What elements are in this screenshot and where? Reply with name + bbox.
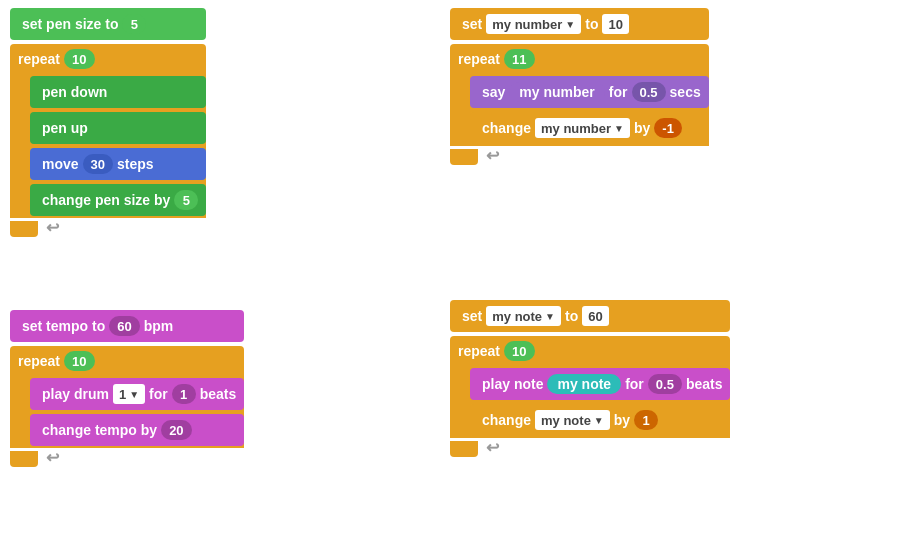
block-label-say: say xyxy=(482,84,505,100)
block-change-pen-size[interactable]: change pen size by 5 xyxy=(30,184,206,216)
block-label-for: for xyxy=(149,386,168,402)
block-label-set: set xyxy=(462,308,482,324)
block-label-bpm: bpm xyxy=(144,318,174,334)
block-change-var[interactable]: change my number ▼ by -1 xyxy=(470,112,709,144)
repeat-count[interactable]: 10 xyxy=(64,351,94,371)
block-label: change tempo by xyxy=(42,422,157,438)
return-arrow-3: ↩ xyxy=(38,448,59,469)
drum-beats-value[interactable]: 1 xyxy=(172,384,196,404)
repeat-count[interactable]: 11 xyxy=(504,49,534,69)
block-set-tempo[interactable]: set tempo to 60 bpm xyxy=(10,310,244,342)
block-play-note[interactable]: play note my note for 0.5 beats xyxy=(470,368,730,400)
repeat-label: repeat xyxy=(18,51,60,67)
block-pen-down[interactable]: pen down xyxy=(30,76,206,108)
return-arrow-2: ↩ xyxy=(478,146,499,167)
group-my-note: set my note ▼ to 60 repeat 10 play note … xyxy=(450,300,730,459)
change-pen-value[interactable]: 5 xyxy=(174,190,198,210)
dropdown-arrow-icon: ▼ xyxy=(565,19,575,30)
repeat-label: repeat xyxy=(458,51,500,67)
dropdown-arrow-icon: ▼ xyxy=(594,415,604,426)
block-change-tempo[interactable]: change tempo by 20 xyxy=(30,414,244,446)
block-label: set tempo to xyxy=(22,318,105,334)
block-label: play drum xyxy=(42,386,109,402)
var-dropdown-note[interactable]: my note ▼ xyxy=(486,306,561,326)
block-play-drum[interactable]: play drum 1 ▼ for 1 beats xyxy=(30,378,244,410)
repeat-label: repeat xyxy=(458,343,500,359)
group-my-number: set my number ▼ to 10 repeat 11 say my n… xyxy=(450,8,709,167)
block-label-by: by xyxy=(634,120,650,136)
block-say[interactable]: say my number for 0.5 secs xyxy=(470,76,709,108)
repeat-count[interactable]: 10 xyxy=(64,49,94,69)
group-tempo: set tempo to 60 bpm repeat 10 play drum … xyxy=(10,310,244,469)
dropdown-arrow-icon: ▼ xyxy=(545,311,555,322)
block-move[interactable]: move 30 steps xyxy=(30,148,206,180)
dropdown-arrow-icon: ▼ xyxy=(129,389,139,400)
pen-size-value[interactable]: 5 xyxy=(122,14,146,34)
block-label-move: move xyxy=(42,156,79,172)
block-set-pen-size[interactable]: set pen size to 5 xyxy=(10,8,206,40)
block-label-to: to xyxy=(585,16,598,32)
block-label-for: for xyxy=(625,376,644,392)
block-label: play note xyxy=(482,376,543,392)
repeat-label: repeat xyxy=(18,353,60,369)
change-var-value[interactable]: -1 xyxy=(654,118,682,138)
drum-dropdown[interactable]: 1 ▼ xyxy=(113,384,145,404)
dropdown-arrow-icon: ▼ xyxy=(614,123,624,134)
block-label-by: by xyxy=(614,412,630,428)
return-arrow-4: ↩ xyxy=(478,438,499,459)
block-set-my-note[interactable]: set my note ▼ to 60 xyxy=(450,300,730,332)
block-label: set pen size to xyxy=(22,16,118,32)
block-label: pen down xyxy=(42,84,107,100)
move-value[interactable]: 30 xyxy=(83,154,113,174)
block-label-beats: beats xyxy=(686,376,723,392)
change-note-value[interactable]: 1 xyxy=(634,410,658,430)
block-label-steps: steps xyxy=(117,156,154,172)
change-note-dropdown[interactable]: my note ▼ xyxy=(535,410,610,430)
block-label-set: set xyxy=(462,16,482,32)
note-value[interactable]: 60 xyxy=(582,306,608,326)
play-note-beats[interactable]: 0.5 xyxy=(648,374,682,394)
play-note-var-oval: my note xyxy=(547,374,621,394)
change-var-dropdown[interactable]: my number ▼ xyxy=(535,118,630,138)
say-var-oval: my number xyxy=(509,82,604,102)
block-pen-up[interactable]: pen up xyxy=(30,112,206,144)
block-label-beats: beats xyxy=(200,386,237,402)
block-set-my-number[interactable]: set my number ▼ to 10 xyxy=(450,8,709,40)
block-label-change: change xyxy=(482,412,531,428)
block-label: pen up xyxy=(42,120,88,136)
var-dropdown-number[interactable]: my number ▼ xyxy=(486,14,581,34)
repeat-count[interactable]: 10 xyxy=(504,341,534,361)
block-label-for: for xyxy=(609,84,628,100)
tempo-change-value[interactable]: 20 xyxy=(161,420,191,440)
var-value[interactable]: 10 xyxy=(602,14,628,34)
block-change-note[interactable]: change my note ▼ by 1 xyxy=(470,404,730,436)
tempo-value[interactable]: 60 xyxy=(109,316,139,336)
group-pen-size: set pen size to 5 repeat 10 pen down pen… xyxy=(10,8,206,239)
block-label-to: to xyxy=(565,308,578,324)
return-arrow-1: ↩ xyxy=(38,218,59,239)
scratch-canvas: set pen size to 5 repeat 10 pen down pen… xyxy=(0,0,912,538)
block-label: change pen size by xyxy=(42,192,170,208)
say-secs-value[interactable]: 0.5 xyxy=(632,82,666,102)
block-label-secs: secs xyxy=(670,84,701,100)
block-label-change: change xyxy=(482,120,531,136)
